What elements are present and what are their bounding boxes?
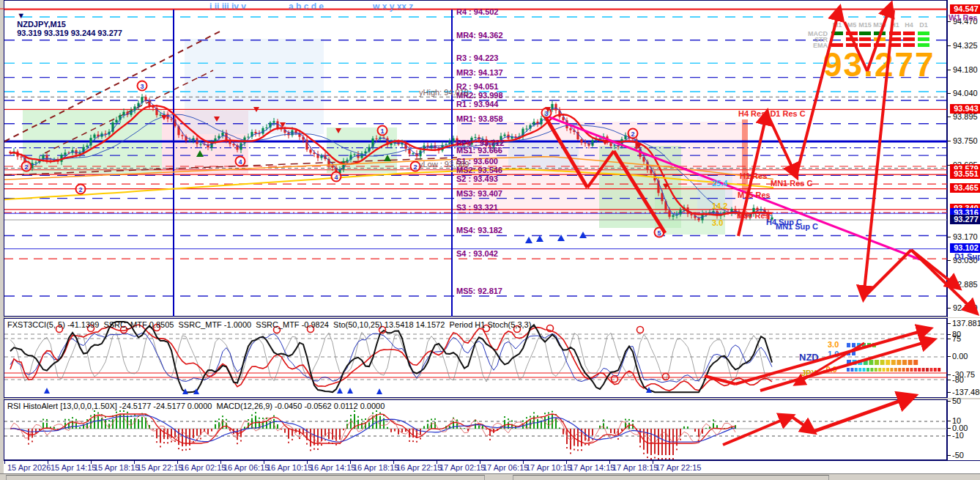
indicator2-tick-label: 50 <box>952 396 961 405</box>
price-tick-label: 92.740 <box>953 303 978 312</box>
time-axis-label: 15 Apr 22:15 <box>137 463 182 472</box>
axis-tick-mark <box>948 323 951 324</box>
time-tick-mark <box>91 461 92 464</box>
time-tick-mark <box>609 461 610 464</box>
strength-heatmap-cell <box>880 360 885 365</box>
time-axis-label: 15 Apr 2026 <box>7 463 51 472</box>
buy-signal-arrow-icon <box>44 388 50 394</box>
pivot-label: S2 : 93.493 <box>456 174 498 183</box>
strength-heatmap-cell <box>852 351 855 355</box>
pivot-label: MS4: 93.182 <box>456 226 502 235</box>
mt4-chart-screen: { "title": {"symbol": "NZDJPY,M15", "ohl… <box>0 0 980 480</box>
main-chart-window[interactable]: 2234412325 R4 : 94.502MR4: 94.362R3 : 94… <box>4 0 947 317</box>
strength-heatmap-cell <box>890 368 893 372</box>
indicator-window-2[interactable]: RSI HistoAlert [13,0,0,0,1.50X] -24.5177… <box>4 399 947 460</box>
strength-heatmap-cell <box>891 360 896 365</box>
day-extreme-label: yHigh: 94.019 <box>419 88 469 97</box>
price-tick-label: 94.040 <box>953 89 978 97</box>
strength-heatmap-cell <box>855 368 858 372</box>
axis-tick-mark <box>948 93 951 94</box>
strength-heatmap-cell <box>869 360 873 365</box>
indicator2-tick-label: -10 <box>952 431 964 440</box>
strength-heatmap-cell <box>847 368 850 372</box>
pivot-label: R1 : 93.944 <box>456 100 498 108</box>
strength-heatmap-cell <box>929 368 932 372</box>
strength-heatmap-cell <box>858 368 861 372</box>
time-axis-label: 17 Apr 02:15 <box>439 463 485 472</box>
time-tick-mark <box>177 461 178 464</box>
axis-tick-mark <box>948 284 951 285</box>
rsi-histogram <box>28 410 736 459</box>
price-badge: 93.551 <box>950 169 980 179</box>
level-annotation: 14.2 <box>712 202 727 210</box>
level-annotation: H1 Res <box>740 171 767 180</box>
time-axis-label: 16 Apr 14:15 <box>310 463 355 472</box>
strength-heatmap-cell <box>847 360 851 365</box>
currency-strength-nzd-label: NZD <box>799 353 819 362</box>
indicator2-axis[interactable]: 50100.00-10-50 <box>947 399 980 460</box>
strength-heatmap-cell <box>902 368 905 372</box>
time-axis-label: 16 Apr 06:15 <box>223 463 269 472</box>
nzd-strength-value: 3.0 <box>828 340 839 349</box>
jpy-strength-value: -0.9 <box>823 365 837 374</box>
strength-heatmap-cell <box>870 368 873 372</box>
strength-heatmap-cell <box>914 368 917 372</box>
day-extreme-label: yLow : 93.589 <box>419 160 469 169</box>
strength-heatmap-cell <box>875 360 879 365</box>
strength-heatmap-cell <box>894 368 897 372</box>
time-axis-label: 17 Apr 22:15 <box>656 463 701 472</box>
time-axis[interactable]: 15 Apr 202615 Apr 14:1515 Apr 18:1515 Ap… <box>4 460 980 474</box>
axis-tick-mark <box>948 435 951 436</box>
indicator1-axis[interactable]: 137.881680750.00-30.75-80-137.486 <box>947 318 980 398</box>
oscillator-peak-circle <box>637 327 644 333</box>
indicator-window-1[interactable]: FXST3CCI(5, 5) -41.1399 SSRC_MTF 0.8505 … <box>4 318 947 398</box>
price-tick-label: 93.170 <box>953 232 978 241</box>
oscillator-line <box>10 333 772 383</box>
nzd-strength-value2: 1.0 <box>828 350 839 358</box>
axis-tick-mark <box>948 117 951 117</box>
strength-heatmap-cell <box>886 360 890 365</box>
buy-signal-arrow-icon <box>376 388 382 394</box>
strength-heatmap-cell <box>906 368 909 372</box>
price-badge: 93.277 <box>950 215 980 224</box>
strength-heatmap-cell <box>918 368 921 372</box>
strength-heatmap-cell <box>867 343 871 347</box>
axis-tick-mark <box>948 380 951 380</box>
strength-heatmap-cell <box>847 343 850 347</box>
time-axis-label: 15 Apr 14:15 <box>51 463 96 472</box>
oscillator-trough-circle <box>663 374 669 380</box>
strength-heatmap-cell <box>938 368 940 372</box>
price-badge: 93.465 <box>950 183 980 193</box>
time-tick-mark <box>437 461 437 464</box>
strength-heatmap-cell <box>883 368 886 372</box>
strength-heatmap-cell <box>858 360 862 365</box>
indicator1-tick-label: -80 <box>952 375 964 384</box>
level-annotation: D1 Sup <box>954 252 980 261</box>
bottom-panel-outline-2 <box>513 475 829 480</box>
time-axis-label: 16 Apr 02:15 <box>180 463 226 472</box>
time-tick-mark <box>566 461 567 464</box>
time-axis-label: 16 Apr 22:15 <box>396 463 442 472</box>
time-tick-mark <box>480 461 480 464</box>
time-tick-mark <box>307 461 308 464</box>
time-tick-mark <box>653 461 653 464</box>
indicator1-tick-label: 75 <box>952 334 961 343</box>
strength-heatmap-cell <box>878 368 881 372</box>
axis-tick-mark <box>948 308 951 309</box>
price-tick-label: 93.750 <box>953 136 978 145</box>
indicator1-tick-label: 137.8816 <box>952 319 980 328</box>
pivot-label: R3 : 94.223 <box>456 53 498 62</box>
indicator1-tick-label: -137.486 <box>952 388 980 396</box>
price-axis[interactable]: 94.47094.32594.18094.04093.89593.75093.6… <box>947 0 980 317</box>
time-axis-label: 16 Apr 18:15 <box>353 463 398 472</box>
pivot-label: MR3: 94.137 <box>456 68 503 77</box>
time-axis-label: 17 Apr 18:15 <box>612 463 658 472</box>
level-annotation: M30 Res <box>737 211 770 220</box>
time-axis-label: 17 Apr 14:15 <box>569 463 615 472</box>
bottom-window-strip <box>0 473 980 480</box>
strength-heatmap-cell <box>902 360 907 365</box>
strength-heatmap-cell <box>862 343 866 347</box>
pivot-label: MR4: 94.362 <box>456 31 503 40</box>
buy-signal-arrow-icon <box>347 388 353 394</box>
strength-heatmap-cell <box>850 368 853 372</box>
